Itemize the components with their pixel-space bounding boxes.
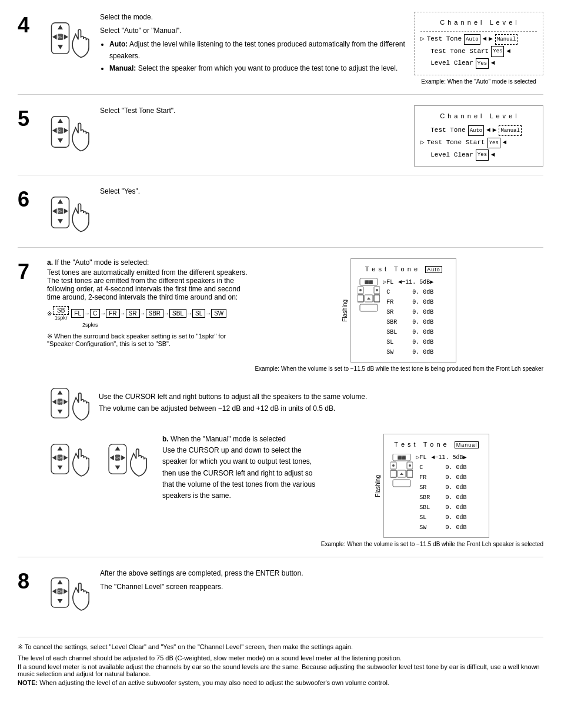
footnote-no-meter: If a sound level meter is not available … — [18, 663, 543, 677]
footnote-cancel: ※ To cancel the settings, select "Level … — [18, 643, 543, 651]
diagram-fr: FR — [106, 309, 119, 318]
step-4-auto-label: Auto: — [109, 40, 128, 48]
step-8-line1: After the above settings are completed, … — [100, 568, 537, 579]
level-b-c: C0. 0dB — [416, 463, 466, 473]
screen-5-row2: ▷ Test Tone Start Yes ◄ — [420, 137, 537, 149]
step-4-icon — [47, 12, 94, 65]
svg-point-37 — [392, 464, 395, 467]
step-7b-right: Flashing T e s t T o n e Manual ⬛⬛ — [321, 434, 543, 549]
step-4-manual-text: Select the speaker from which you want t… — [138, 64, 398, 72]
step-7a-right: Flashing T e s t T o n e Auto ⬛⬛ — [255, 258, 543, 373]
level-table-b: ▷FL◄−11. 5dB▶ C0. 0dB FR0. 0dB SR0. 0dB — [416, 453, 466, 533]
diagram-sbr: SBR — [146, 309, 164, 318]
diagram-1spkr: 1spkr — [55, 315, 68, 321]
step-number-6: 6 — [18, 186, 47, 210]
diagram-fl: FL — [71, 309, 84, 318]
screen-4-row2: Test Tone Start Yes ◄ — [420, 46, 537, 58]
step-5: 5 Select "Test Tone Start". C h a n n e … — [18, 105, 543, 175]
level-b-sr: SR0. 0dB — [416, 483, 466, 493]
step-7b-content: b. When the "Manual" mode is selected Us… — [47, 434, 321, 501]
step-7a-title: If the "Auto" mode is selected: — [55, 258, 149, 267]
step-7b-screen: T e s t T o n e Manual ⬛⬛ — [383, 434, 489, 538]
level-table-a: ▷FL◄−11. 5dB▶ C0. 0dB FR0. 0dB SR0. 0dB — [383, 277, 433, 357]
step-7-cursor-icon — [47, 378, 94, 428]
step-7a-flashing: Flashing — [342, 300, 348, 322]
level-sw: SW0. 0dB — [383, 347, 433, 357]
level-sbr: SBR0. 0dB — [383, 317, 433, 327]
screen-5-row1: Test Tone Auto ◄ ▶ Manual — [420, 125, 537, 137]
svg-point-27 — [376, 289, 378, 291]
svg-rect-21 — [358, 295, 363, 302]
step-5-content: Select "Test Tone Start". — [100, 105, 414, 119]
step-7b-caption: Example: When the volume is set to −11.5… — [321, 540, 543, 549]
step-7a-caption: Example: When the volume is set to −11.5… — [255, 365, 543, 373]
footnote-level: The level of each channel should be adju… — [18, 654, 543, 661]
level-sl: SL0. 0dB — [383, 337, 433, 347]
footnotes: ※ To cancel the settings, select "Level … — [18, 637, 543, 686]
diagram-sbl: SBL — [169, 309, 186, 318]
svg-rect-32 — [390, 470, 396, 477]
diagram-sw: SW — [211, 309, 226, 318]
step-7: 7 a. If the "Auto" mode is selected: Tes… — [18, 258, 543, 557]
level-b-fr: FR0. 0dB — [416, 473, 466, 483]
diagram-2spkrs: 2spkrs — [82, 322, 98, 328]
step-7a-screen-wrap: Flashing T e s t T o n e Auto ⬛⬛ — [342, 258, 456, 363]
step-4-screen: C h a n n e l L e v e l ▷ Test Tone Auto… — [414, 12, 543, 75]
step-7a-label: a. — [47, 258, 53, 267]
step-7a-text: Test tones are automatically emitted fro… — [47, 268, 249, 301]
svg-point-38 — [409, 464, 411, 467]
level-b-sl: SL0. 0dB — [416, 513, 466, 523]
step-8-line2: The "Channel Level" screen reappears. — [100, 581, 537, 593]
step-7b-flashing: Flashing — [375, 475, 381, 497]
step-5-instruction: Select "Test Tone Start". — [100, 107, 175, 115]
step-7-cursor-text: Use the CURSOR left and right buttons to… — [99, 391, 402, 414]
level-sr: SR0. 0dB — [383, 307, 433, 317]
svg-text:⬛⬛: ⬛⬛ — [365, 280, 373, 285]
step-5-screen-panel: C h a n n e l L e v e l Test Tone Auto ◄… — [414, 105, 543, 167]
step-4-title: Select the mode. — [100, 13, 153, 21]
step-5-screen: C h a n n e l L e v e l Test Tone Auto ◄… — [414, 105, 543, 167]
footnote-note: NOTE: When adjusting the level of an act… — [18, 679, 543, 686]
step-4-screen-panel: C h a n n e l L e v e l ▷ Test Tone Auto… — [414, 12, 543, 86]
step-8-icon — [47, 568, 94, 618]
footnote-note-text: When adjusting the level of an active su… — [39, 679, 389, 686]
svg-rect-33 — [407, 470, 413, 477]
svg-rect-35 — [393, 480, 410, 487]
screen-4-row3: Level Clear Yes ◄ — [420, 58, 537, 69]
step-7a-diagram: ※ SB 1spkr FL → C → FR — [47, 306, 249, 328]
level-b-sbl: SBL0. 0dB — [416, 503, 466, 513]
diagram-c: C — [90, 309, 100, 318]
step-number-5: 5 — [18, 105, 47, 129]
svg-marker-25 — [367, 297, 370, 300]
level-fl: ▷FL◄−11. 5dB▶ — [383, 277, 433, 287]
diagram-sl: SL — [192, 309, 205, 318]
step-4-sub: Select "Auto" or "Manual". — [100, 26, 181, 35]
svg-point-26 — [359, 289, 362, 291]
diagram-sr: SR — [126, 309, 140, 318]
diagram-sb-box: SB — [53, 306, 69, 315]
step-4: 4 Select the mode. Select "Auto" or "Man… — [18, 12, 543, 95]
speaker-graphic-a: ⬛⬛ — [357, 278, 380, 357]
level-b-sw: SW0. 0dB — [416, 523, 466, 533]
screen-4-row1: ▷ Test Tone Auto ◄ ▶ Manual — [420, 34, 537, 45]
step-7b-icon2 — [105, 434, 152, 484]
level-c: C0. 0dB — [383, 287, 433, 297]
speaker-graphic-b: ⬛⬛ — [390, 454, 413, 533]
step-4-manual-label: Manual: — [109, 64, 136, 72]
screen-5-title: C h a n n e l L e v e l — [420, 111, 537, 122]
svg-marker-36 — [400, 473, 403, 475]
step-7a-content: a. If the "Auto" mode is selected: Test … — [47, 258, 255, 347]
footnote-note-label: NOTE: — [18, 679, 38, 686]
svg-rect-24 — [360, 304, 378, 311]
screen-5-row3: Level Clear Yes ◄ — [420, 149, 537, 161]
level-fr: FR0. 0dB — [383, 297, 433, 307]
level-b-sbr: SBR0. 0dB — [416, 493, 466, 503]
step-number-4: 4 — [18, 12, 47, 36]
step-7a-note: ※ When the surround back speaker setting… — [47, 333, 249, 347]
step-7-cursor-section: Use the CURSOR left and right buttons to… — [18, 378, 543, 428]
step-number-7: 7 — [18, 258, 47, 282]
screen-7a-title: T e s t T o n e Auto — [357, 264, 450, 275]
step-7b-icon1 — [47, 434, 94, 484]
step-8: 8 After the above settings are completed… — [18, 568, 543, 626]
level-b-fl: ▷FL◄−11. 5dB▶ — [416, 453, 466, 463]
